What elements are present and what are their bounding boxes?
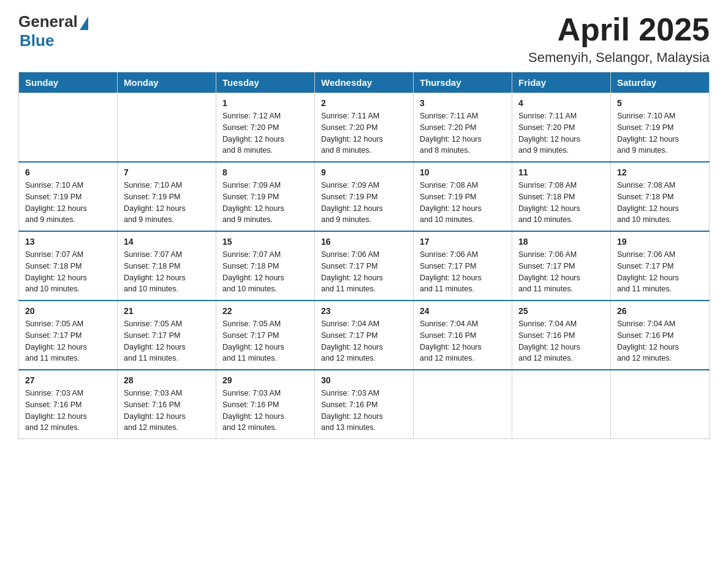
calendar-cell	[611, 370, 710, 439]
day-number: 8	[222, 167, 308, 177]
day-number: 11	[518, 167, 604, 177]
day-number: 22	[222, 306, 308, 316]
day-info: Sunrise: 7:03 AMSunset: 7:16 PMDaylight:…	[321, 388, 407, 434]
day-number: 27	[25, 375, 111, 385]
column-header-friday: Friday	[512, 72, 611, 93]
title-section: April 2025 Semenyih, Selangor, Malaysia	[528, 12, 710, 66]
day-info: Sunrise: 7:05 AMSunset: 7:17 PMDaylight:…	[222, 318, 308, 364]
day-info: Sunrise: 7:07 AMSunset: 7:18 PMDaylight:…	[124, 249, 210, 295]
day-number: 29	[222, 375, 308, 385]
day-info: Sunrise: 7:06 AMSunset: 7:17 PMDaylight:…	[321, 249, 407, 295]
calendar-table: SundayMondayTuesdayWednesdayThursdayFrid…	[18, 72, 710, 439]
day-info: Sunrise: 7:05 AMSunset: 7:17 PMDaylight:…	[25, 318, 111, 364]
calendar-cell: 9Sunrise: 7:09 AMSunset: 7:19 PMDaylight…	[315, 162, 414, 231]
calendar-cell: 7Sunrise: 7:10 AMSunset: 7:19 PMDaylight…	[118, 162, 216, 231]
calendar-cell	[512, 370, 611, 439]
calendar-cell: 18Sunrise: 7:06 AMSunset: 7:17 PMDayligh…	[512, 231, 611, 301]
day-number: 18	[518, 237, 604, 247]
day-number: 12	[617, 167, 703, 177]
day-number: 14	[124, 237, 210, 247]
day-info: Sunrise: 7:11 AMSunset: 7:20 PMDaylight:…	[321, 110, 407, 156]
day-info: Sunrise: 7:09 AMSunset: 7:19 PMDaylight:…	[321, 180, 407, 226]
day-number: 16	[321, 237, 407, 247]
day-number: 13	[25, 237, 111, 247]
day-info: Sunrise: 7:11 AMSunset: 7:20 PMDaylight:…	[518, 110, 604, 156]
calendar-cell: 8Sunrise: 7:09 AMSunset: 7:19 PMDaylight…	[216, 162, 315, 231]
calendar-cell: 11Sunrise: 7:08 AMSunset: 7:18 PMDayligh…	[512, 162, 611, 231]
day-number: 15	[222, 237, 308, 247]
day-info: Sunrise: 7:08 AMSunset: 7:18 PMDaylight:…	[518, 180, 604, 226]
calendar-week-row: 20Sunrise: 7:05 AMSunset: 7:17 PMDayligh…	[19, 301, 710, 370]
day-info: Sunrise: 7:10 AMSunset: 7:19 PMDaylight:…	[25, 180, 111, 226]
day-number: 20	[25, 306, 111, 316]
day-number: 9	[321, 167, 407, 177]
day-number: 24	[420, 306, 506, 316]
month-title: April 2025	[528, 12, 710, 47]
day-info: Sunrise: 7:07 AMSunset: 7:18 PMDaylight:…	[25, 249, 111, 295]
calendar-cell: 13Sunrise: 7:07 AMSunset: 7:18 PMDayligh…	[19, 231, 118, 301]
calendar-cell: 30Sunrise: 7:03 AMSunset: 7:16 PMDayligh…	[315, 370, 414, 439]
column-header-tuesday: Tuesday	[216, 72, 315, 93]
day-number: 3	[420, 98, 506, 108]
calendar-cell: 3Sunrise: 7:11 AMSunset: 7:20 PMDaylight…	[414, 93, 512, 163]
calendar-week-row: 13Sunrise: 7:07 AMSunset: 7:18 PMDayligh…	[19, 231, 710, 301]
calendar-cell: 6Sunrise: 7:10 AMSunset: 7:19 PMDaylight…	[19, 162, 118, 231]
logo-triangle-icon	[80, 17, 88, 30]
calendar-cell: 12Sunrise: 7:08 AMSunset: 7:18 PMDayligh…	[611, 162, 710, 231]
day-info: Sunrise: 7:08 AMSunset: 7:18 PMDaylight:…	[617, 180, 703, 226]
day-info: Sunrise: 7:07 AMSunset: 7:18 PMDaylight:…	[222, 249, 308, 295]
day-info: Sunrise: 7:03 AMSunset: 7:16 PMDaylight:…	[222, 388, 308, 434]
calendar-cell: 4Sunrise: 7:11 AMSunset: 7:20 PMDaylight…	[512, 93, 611, 163]
calendar-cell: 20Sunrise: 7:05 AMSunset: 7:17 PMDayligh…	[19, 301, 118, 370]
day-info: Sunrise: 7:06 AMSunset: 7:17 PMDaylight:…	[420, 249, 506, 295]
calendar-cell	[414, 370, 512, 439]
day-info: Sunrise: 7:10 AMSunset: 7:19 PMDaylight:…	[124, 180, 210, 226]
logo-blue-text: Blue	[20, 31, 54, 50]
day-number: 25	[518, 306, 604, 316]
day-number: 30	[321, 375, 407, 385]
calendar-cell: 17Sunrise: 7:06 AMSunset: 7:17 PMDayligh…	[414, 231, 512, 301]
day-number: 19	[617, 237, 703, 247]
calendar-cell: 14Sunrise: 7:07 AMSunset: 7:18 PMDayligh…	[118, 231, 216, 301]
location-title: Semenyih, Selangor, Malaysia	[528, 50, 710, 66]
day-info: Sunrise: 7:10 AMSunset: 7:19 PMDaylight:…	[617, 110, 703, 156]
day-number: 26	[617, 306, 703, 316]
calendar-cell: 5Sunrise: 7:10 AMSunset: 7:19 PMDaylight…	[611, 93, 710, 163]
day-number: 4	[518, 98, 604, 108]
day-number: 7	[124, 167, 210, 177]
column-header-saturday: Saturday	[611, 72, 710, 93]
day-info: Sunrise: 7:06 AMSunset: 7:17 PMDaylight:…	[518, 249, 604, 295]
day-number: 21	[124, 306, 210, 316]
day-info: Sunrise: 7:04 AMSunset: 7:16 PMDaylight:…	[518, 318, 604, 364]
column-header-wednesday: Wednesday	[315, 72, 414, 93]
day-number: 5	[617, 98, 703, 108]
calendar-cell: 29Sunrise: 7:03 AMSunset: 7:16 PMDayligh…	[216, 370, 315, 439]
day-number: 1	[222, 98, 308, 108]
day-number: 28	[124, 375, 210, 385]
column-header-sunday: Sunday	[19, 72, 118, 93]
day-info: Sunrise: 7:09 AMSunset: 7:19 PMDaylight:…	[222, 180, 308, 226]
day-info: Sunrise: 7:03 AMSunset: 7:16 PMDaylight:…	[25, 388, 111, 434]
day-info: Sunrise: 7:04 AMSunset: 7:16 PMDaylight:…	[617, 318, 703, 364]
calendar-cell: 1Sunrise: 7:12 AMSunset: 7:20 PMDaylight…	[216, 93, 315, 163]
calendar-cell: 28Sunrise: 7:03 AMSunset: 7:16 PMDayligh…	[118, 370, 216, 439]
day-info: Sunrise: 7:12 AMSunset: 7:20 PMDaylight:…	[222, 110, 308, 156]
calendar-cell: 22Sunrise: 7:05 AMSunset: 7:17 PMDayligh…	[216, 301, 315, 370]
calendar-cell: 2Sunrise: 7:11 AMSunset: 7:20 PMDaylight…	[315, 93, 414, 163]
calendar-cell: 23Sunrise: 7:04 AMSunset: 7:17 PMDayligh…	[315, 301, 414, 370]
day-info: Sunrise: 7:06 AMSunset: 7:17 PMDaylight:…	[617, 249, 703, 295]
calendar-cell: 15Sunrise: 7:07 AMSunset: 7:18 PMDayligh…	[216, 231, 315, 301]
page-header: General Blue April 2025 Semenyih, Selang…	[18, 12, 710, 66]
calendar-cell: 26Sunrise: 7:04 AMSunset: 7:16 PMDayligh…	[611, 301, 710, 370]
day-number: 10	[420, 167, 506, 177]
logo: General Blue	[18, 12, 88, 50]
calendar-cell: 10Sunrise: 7:08 AMSunset: 7:19 PMDayligh…	[414, 162, 512, 231]
calendar-header-row: SundayMondayTuesdayWednesdayThursdayFrid…	[19, 72, 710, 93]
day-number: 6	[25, 167, 111, 177]
logo-general-text: General	[18, 12, 78, 31]
day-number: 23	[321, 306, 407, 316]
day-info: Sunrise: 7:04 AMSunset: 7:16 PMDaylight:…	[420, 318, 506, 364]
calendar-cell: 27Sunrise: 7:03 AMSunset: 7:16 PMDayligh…	[19, 370, 118, 439]
column-header-thursday: Thursday	[414, 72, 512, 93]
day-info: Sunrise: 7:03 AMSunset: 7:16 PMDaylight:…	[124, 388, 210, 434]
